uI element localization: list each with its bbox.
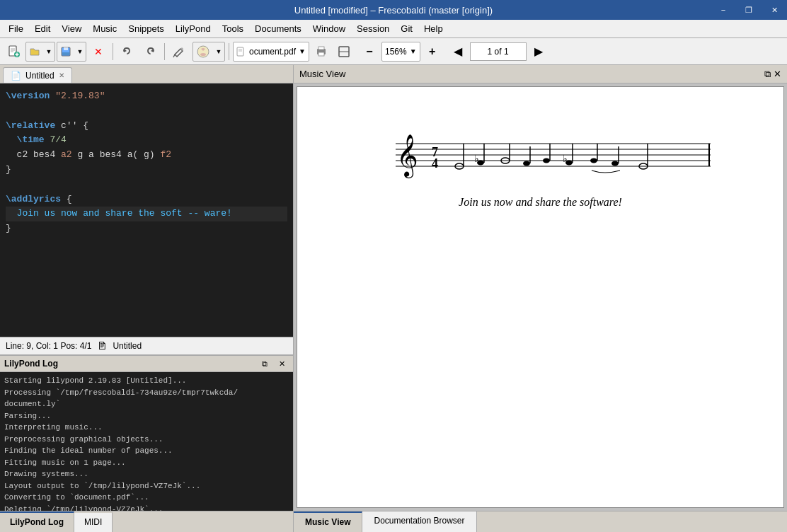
music-view-float-button[interactable]: ⧉ xyxy=(764,69,771,80)
log-line-7: Fitting music on 1 page... xyxy=(4,457,289,469)
menu-session[interactable]: Session xyxy=(351,21,395,36)
status-bar: Line: 9, Col: 1 Pos: 4/1 🖹 Untitled xyxy=(0,337,293,355)
svg-rect-9 xyxy=(62,52,69,55)
editor-tab-untitled[interactable]: 📄 Untitled ✕ xyxy=(3,67,72,83)
notation-lyrics: Join us now and share the software! xyxy=(459,196,622,209)
separator-1 xyxy=(113,43,113,60)
right-tab-music-view[interactable]: Music View xyxy=(294,511,362,532)
editor-line-6: } xyxy=(6,163,287,178)
log-line-4: Interpreting music... xyxy=(4,422,289,434)
left-tab-lilypond-log[interactable]: LilyPond Log xyxy=(0,511,74,532)
menu-tools[interactable]: Tools xyxy=(217,21,249,36)
editor-line-5: c2 bes4 a2 g a bes4 a( g) f2 xyxy=(6,148,287,163)
editor-line-9: Join us now and share the soft -- ware! xyxy=(6,207,287,221)
new-icon xyxy=(7,45,20,58)
menu-view[interactable]: View xyxy=(56,21,87,36)
log-float-button[interactable]: ⧉ xyxy=(258,357,272,371)
save-icon xyxy=(60,46,71,57)
log-line-10: Converting to `document.pdf`... xyxy=(4,492,289,504)
svg-text:𝄞: 𝄞 xyxy=(396,134,418,179)
svg-marker-10 xyxy=(124,49,127,52)
svg-point-14 xyxy=(200,53,206,56)
open-dropdown[interactable]: ▼ xyxy=(43,42,54,62)
save-dropdown[interactable]: ▼ xyxy=(74,42,86,62)
menu-documents[interactable]: Documents xyxy=(249,21,307,36)
tab-close-button[interactable]: ✕ xyxy=(59,71,64,79)
menu-file[interactable]: File xyxy=(3,21,29,36)
restore-button[interactable]: ❐ xyxy=(736,0,762,20)
status-doc-name: Untitled xyxy=(113,341,142,351)
zoom-dropdown[interactable]: 156% ▼ xyxy=(381,42,420,62)
undo-icon xyxy=(121,45,134,58)
print-button[interactable] xyxy=(311,41,332,62)
editor-line-1: \version "2.19.83" xyxy=(6,89,287,104)
tab-doc-icon: 📄 xyxy=(11,71,21,81)
zoom-fit-button[interactable] xyxy=(333,41,355,62)
svg-point-38 xyxy=(523,161,530,166)
redo-button[interactable] xyxy=(139,41,161,62)
edit-button[interactable] xyxy=(168,41,190,62)
page-next-button[interactable]: ▶ xyxy=(528,41,549,62)
left-tab-midi[interactable]: MIDI xyxy=(74,511,113,532)
log-line-9: Layout output to `/tmp/lilypond-VZ7eJk`.… xyxy=(4,480,289,492)
menu-window[interactable]: Window xyxy=(307,21,351,36)
svg-point-40 xyxy=(543,158,550,163)
close-doc-button[interactable]: ✕ xyxy=(88,41,109,62)
editor-area[interactable]: \version "2.19.83" \relative c'' { \time… xyxy=(0,83,293,337)
log-line-1: Starting lilypond 2.19.83 [Untitled]... xyxy=(4,375,289,387)
menu-git[interactable]: Git xyxy=(395,21,418,36)
open-button[interactable] xyxy=(26,42,43,62)
right-panel: Music View ⧉ ✕ 𝄞 7 xyxy=(294,65,787,532)
menu-edit[interactable]: Edit xyxy=(29,21,56,36)
close-button[interactable]: ✕ xyxy=(762,0,787,20)
editor-line-2 xyxy=(6,104,287,119)
cursor-position: Line: 9, Col: 1 Pos: 4/1 xyxy=(6,341,91,351)
right-tab-doc-browser[interactable]: Documentation Browser xyxy=(362,511,476,532)
separator-2 xyxy=(164,43,165,60)
editor-line-8: \addlyrics { xyxy=(6,192,287,207)
compile-dropdown[interactable]: ▼ xyxy=(213,42,224,62)
menu-help[interactable]: Help xyxy=(418,21,449,36)
svg-rect-19 xyxy=(318,47,324,50)
editor-tabs: 📄 Untitled ✕ xyxy=(0,65,293,83)
app-title: Untitled [modified] – Frescobaldi (maste… xyxy=(294,5,493,16)
left-bottom-tabs: LilyPond Log MIDI xyxy=(0,511,293,532)
left-panel: 📄 Untitled ✕ \version "2.19.83" \relativ… xyxy=(0,65,294,532)
svg-marker-11 xyxy=(151,49,154,52)
pdf-dropdown-arrow: ▼ xyxy=(299,47,306,55)
save-button[interactable] xyxy=(57,42,74,62)
menu-music[interactable]: Music xyxy=(87,21,122,36)
zoom-out-button[interactable]: − xyxy=(359,41,380,62)
log-line-2: Processing `/tmp/frescobaldi-734au9ze/tm… xyxy=(4,387,289,399)
svg-text:♭: ♭ xyxy=(563,154,568,164)
menu-lilypond[interactable]: LilyPond xyxy=(170,21,217,36)
pdf-icon xyxy=(236,47,246,57)
svg-rect-8 xyxy=(64,47,68,50)
new-button[interactable] xyxy=(3,41,24,62)
pdf-selector[interactable]: ocument.pdf ▼ xyxy=(233,42,309,62)
page-nav: ◀ 1 of 1 ▶ xyxy=(447,41,549,62)
log-title: LilyPond Log xyxy=(4,359,58,369)
edit-icon xyxy=(173,45,185,58)
editor-tab-label: Untitled xyxy=(25,71,54,81)
editor-line-7 xyxy=(6,178,287,192)
minimize-button[interactable]: − xyxy=(711,0,736,20)
menu-snippets[interactable]: Snippets xyxy=(122,21,170,36)
zoom-fit-icon xyxy=(338,45,350,58)
toolbar: ▼ ▼ ✕ xyxy=(0,38,787,65)
zoom-in-button[interactable]: + xyxy=(422,41,443,62)
svg-text:♭: ♭ xyxy=(474,154,479,164)
compile-button[interactable] xyxy=(193,42,213,62)
undo-button[interactable] xyxy=(117,41,138,62)
editor-line-10: } xyxy=(6,221,287,236)
music-view-controls: ⧉ ✕ xyxy=(764,69,781,80)
log-panel: LilyPond Log ⧉ ✕ Starting lilypond 2.19.… xyxy=(0,355,293,511)
title-bar: Untitled [modified] – Frescobaldi (maste… xyxy=(0,0,787,20)
page-display: 1 of 1 xyxy=(470,42,527,61)
music-view-close-button[interactable]: ✕ xyxy=(774,69,781,80)
log-content: Starting lilypond 2.19.83 [Untitled]... … xyxy=(0,372,293,511)
page-prev-button[interactable]: ◀ xyxy=(447,41,469,62)
log-close-button[interactable]: ✕ xyxy=(275,357,289,371)
notation-container: 𝄞 7 4 ♭ xyxy=(335,101,746,230)
log-line-11: Deleting `/tmp/lilypond-VZ7eJk`... xyxy=(4,504,289,511)
